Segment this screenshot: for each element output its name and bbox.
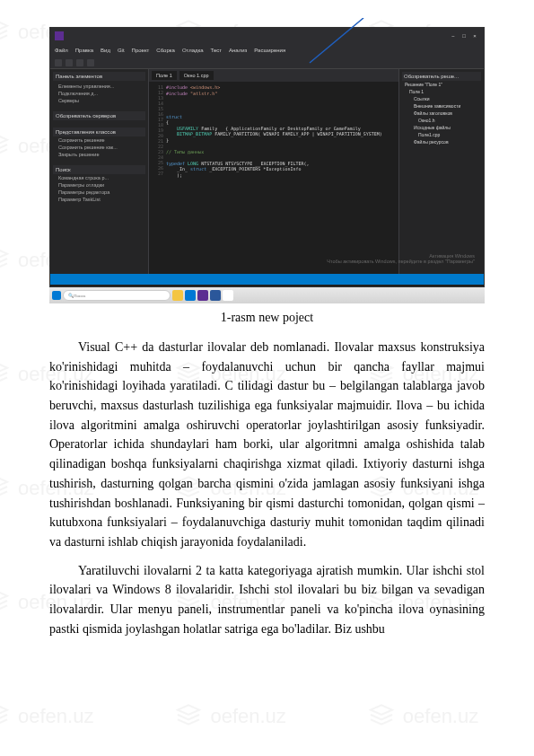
ide-left-panel: Панель элементов Eлементы управления... … xyxy=(50,69,149,274)
toolbar-btn[interactable] xyxy=(66,59,73,66)
menu-debug[interactable]: Отладка xyxy=(182,48,204,53)
taskbar-app-icon[interactable] xyxy=(223,290,233,301)
figure-caption: 1-rasm new poject xyxy=(49,311,485,325)
visual-studio-logo-icon xyxy=(55,31,64,40)
window-controls: − □ × xyxy=(449,31,479,40)
paragraph-1: Visual C++ da dasturlar ilovalar deb nom… xyxy=(49,338,485,552)
panel-item[interactable]: Параметры отладки xyxy=(53,181,145,189)
menu-git[interactable]: Git xyxy=(118,48,125,53)
menu-file[interactable]: Файл xyxy=(55,48,68,53)
menu-edit[interactable]: Правка xyxy=(75,48,93,53)
ide-menubar: Файл Правка Вид Git Проект Сборка Отладк… xyxy=(50,44,484,57)
panel-item[interactable]: Параметры редактора xyxy=(53,189,145,196)
menu-extensions[interactable]: Расширения xyxy=(254,48,285,53)
editor-tab[interactable]: Поле 1 xyxy=(152,71,177,80)
taskbar-app-icon[interactable] xyxy=(197,290,208,301)
search-panel-title[interactable]: Поиск xyxy=(53,165,145,174)
toolbar-btn[interactable] xyxy=(55,59,62,66)
ide-statusbar xyxy=(50,274,484,285)
taskbar-app-icon[interactable] xyxy=(185,290,196,301)
panel-item[interactable]: Сохранить решение xyxy=(53,136,145,144)
tree-item[interactable]: Поле1.cpp xyxy=(402,131,481,138)
taskbar-app-icon[interactable] xyxy=(210,290,221,301)
code-content: #include <windows.h> #include "atlstr.h"… xyxy=(166,84,382,271)
search-placeholder: Поиск xyxy=(74,294,85,298)
taskbar-app-icon[interactable] xyxy=(172,290,183,301)
toolbox-item[interactable]: Подключения д... xyxy=(53,90,145,97)
tree-item[interactable]: Внешние зависимости xyxy=(402,102,481,110)
solution-explorer-title[interactable]: Обозреватель реше... xyxy=(402,72,481,81)
toolbar-btn[interactable] xyxy=(87,59,94,66)
menu-test[interactable]: Тест xyxy=(211,48,222,53)
close-icon[interactable]: × xyxy=(470,31,479,40)
toolbox-item[interactable]: Eлементы управления... xyxy=(53,83,145,90)
panel-item[interactable]: Сохранить решение как... xyxy=(53,144,145,151)
solution-explorer: Обозреватель реше... Решение "Поле 1" По… xyxy=(398,69,484,274)
screenshot-figure: − □ × Файл Правка Вид Git Проект Сборка … xyxy=(49,27,485,303)
editor-tabs: Поле 1 Окно 1.cpp xyxy=(149,69,398,82)
tree-item[interactable]: Файлы ресурсов xyxy=(402,138,481,145)
editor-tab[interactable]: Окно 1.cpp xyxy=(179,71,214,80)
line-gutter: 1112131415161718192021222324252627 xyxy=(152,84,166,271)
menu-analyze[interactable]: Анализ xyxy=(229,48,247,53)
tree-item[interactable]: Окно1.h xyxy=(402,117,481,124)
tree-item[interactable]: Ссылки xyxy=(402,95,481,102)
panel-item[interactable]: Закрыть решение xyxy=(53,151,145,158)
code-editor[interactable]: 1112131415161718192021222324252627 #incl… xyxy=(149,82,398,274)
panel-item[interactable]: Параметр TaskList xyxy=(53,196,145,203)
toolbox-panel-title[interactable]: Панель элементов xyxy=(53,72,145,81)
tree-item[interactable]: Файлы заголовков xyxy=(402,110,481,117)
menu-project[interactable]: Проект xyxy=(132,48,150,53)
class-view-title[interactable]: Представления классов xyxy=(53,127,145,136)
ide-toolbar xyxy=(50,57,484,69)
windows-activation-notice: Активация Windows Чтобы активировать Win… xyxy=(327,253,475,264)
toolbar-btn[interactable] xyxy=(76,59,83,66)
tree-item[interactable]: Решение "Поле 1" xyxy=(402,81,481,88)
menu-build[interactable]: Сборка xyxy=(156,48,175,53)
menu-view[interactable]: Вид xyxy=(101,48,110,53)
panel-item[interactable]: Командная строка р... xyxy=(53,174,145,181)
toolbox-item[interactable]: Серверы xyxy=(53,97,145,104)
taskbar-search[interactable]: 🔍 Поиск xyxy=(63,290,171,301)
ide-titlebar: − □ × xyxy=(50,28,484,44)
tree-item[interactable]: Поле 1 xyxy=(402,88,481,95)
maximize-icon[interactable]: □ xyxy=(460,31,468,40)
minimize-icon[interactable]: − xyxy=(449,31,458,40)
windows-taskbar: 🔍 Поиск xyxy=(49,287,485,303)
svg-line-0 xyxy=(310,18,363,63)
paragraph-2: Yaratiluvchi ilovalarni 2 ta katta kateg… xyxy=(49,561,485,639)
start-button-icon[interactable] xyxy=(52,291,61,300)
annotation-arrow-icon xyxy=(305,18,368,67)
ide-window: − □ × Файл Правка Вид Git Проект Сборка … xyxy=(49,27,485,287)
tree-item[interactable]: Исходные файлы xyxy=(402,124,481,131)
server-explorer-title[interactable]: Обозреватель серверов xyxy=(53,111,145,120)
